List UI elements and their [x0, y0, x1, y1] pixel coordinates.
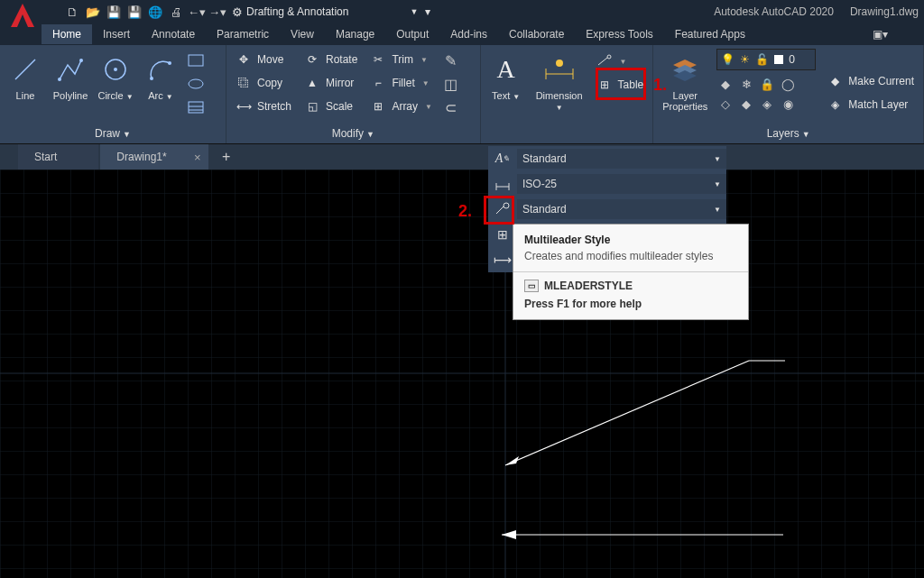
tab-output[interactable]: Output: [385, 24, 439, 44]
dim-style-row[interactable]: ISO-25▼: [488, 171, 726, 197]
file-tab-start[interactable]: Start: [18, 144, 98, 170]
lock-icon: 🔓: [755, 53, 769, 66]
panel-layers: Layer Properties 💡 ☀ 🔓 0 ◆ ❄ 🔒 ◯ ◇: [653, 45, 924, 143]
tooltip-help: Press F1 for more help: [524, 298, 737, 310]
array-icon: ⊞: [370, 100, 386, 113]
circle-button[interactable]: Circle ▼: [96, 49, 135, 102]
polyline-button[interactable]: Polyline: [51, 49, 90, 101]
svg-rect-9: [189, 102, 203, 113]
qat-redo-icon[interactable]: →▾: [208, 3, 226, 21]
panel-modify-title[interactable]: Modify▼: [232, 124, 475, 143]
tab-home[interactable]: Home: [42, 24, 92, 44]
file-tabs: Start Drawing1*× +: [0, 144, 924, 170]
qat-open-icon[interactable]: 📂: [84, 3, 102, 21]
workspace-selector[interactable]: ⚙ Drafting & Annotation ▼ ▾: [232, 5, 430, 19]
leader-icon: [596, 54, 613, 69]
tab-view[interactable]: View: [280, 24, 325, 44]
hatch-icon[interactable]: [186, 97, 206, 117]
layer-selector[interactable]: 💡 ☀ 🔓 0: [716, 49, 816, 70]
layer-c-icon[interactable]: ◈: [758, 95, 776, 113]
line-icon: [12, 52, 39, 87]
autocad-logo[interactable]: [5, 0, 32, 25]
dimension-button[interactable]: Dimension ▼: [531, 49, 587, 113]
qat-web-icon[interactable]: 🌐: [146, 3, 164, 21]
ribbon: Line Polyline Circle ▼ Arc ▼ Draw▼: [0, 45, 924, 144]
mirror-button[interactable]: ▲Mirror: [300, 72, 361, 94]
explode-icon[interactable]: ◫: [441, 74, 461, 94]
svg-point-6: [168, 61, 171, 65]
layer-lock-icon[interactable]: 🔒: [758, 75, 776, 93]
tab-manage[interactable]: Manage: [325, 24, 385, 44]
tab-insert[interactable]: Insert: [92, 24, 141, 44]
polyline-icon: [57, 52, 84, 87]
mleader-style-select[interactable]: Standard▼: [517, 199, 726, 219]
qat-new-icon[interactable]: 🗋: [63, 3, 81, 21]
layer-d-icon[interactable]: ◉: [779, 95, 797, 113]
drawing-canvas[interactable]: [0, 170, 924, 578]
tab-expresstools[interactable]: Express Tools: [575, 24, 663, 44]
layer-freeze-icon[interactable]: ❄: [737, 75, 755, 93]
qat-save-icon[interactable]: 💾: [105, 3, 123, 21]
rectangle-icon[interactable]: [186, 50, 206, 70]
line-button[interactable]: Line: [5, 49, 45, 101]
draw-extra: [186, 49, 206, 117]
move-button[interactable]: ✥Move: [232, 49, 295, 70]
svg-line-16: [598, 58, 607, 65]
offset-icon[interactable]: ⊂: [441, 97, 461, 117]
layer-b-icon[interactable]: ◆: [737, 95, 755, 113]
qat-undo-icon[interactable]: ←▾: [188, 3, 206, 21]
fillet-button[interactable]: ⌐Fillet▼: [366, 72, 436, 94]
title-bar: 🗋 📂 💾 💾 🌐 🖨 ←▾ →▾ ⚙ Drafting & Annotatio…: [0, 0, 924, 23]
layer-a-icon[interactable]: ◇: [716, 95, 735, 113]
move-icon: ✥: [236, 53, 252, 66]
panel-draw: Line Polyline Circle ▼ Arc ▼ Draw▼: [0, 45, 226, 143]
close-icon[interactable]: ×: [194, 151, 201, 164]
arc-button[interactable]: Arc ▼: [141, 49, 180, 102]
stretch-button[interactable]: ⟷Stretch: [232, 96, 295, 117]
rotate-icon: ⟳: [304, 53, 320, 66]
erase-icon[interactable]: ✎: [441, 50, 461, 70]
tab-addins[interactable]: Add-ins: [439, 24, 498, 44]
panel-modify: ✥Move ⿻Copy ⟷Stretch ⟳Rotate ▲Mirror ◱Sc…: [226, 45, 481, 143]
callout-1-box: [596, 68, 646, 100]
copy-icon: ⿻: [236, 77, 252, 89]
qat-plot-icon[interactable]: 🖨: [167, 3, 185, 21]
copy-button[interactable]: ⿻Copy: [232, 72, 295, 94]
panel-layers-title[interactable]: Layers▼: [659, 124, 918, 143]
tab-featuredapps[interactable]: Featured Apps: [664, 24, 756, 44]
mleader-style-row[interactable]: Standard▼: [488, 197, 726, 222]
match-layer-button[interactable]: ◈Match Layer: [823, 94, 918, 115]
callout-2-label: 2.: [458, 202, 472, 221]
ellipse-icon[interactable]: [186, 74, 206, 94]
stretch-icon: ⟷: [236, 100, 252, 113]
tab-overflow-icon[interactable]: ▣▾: [873, 28, 924, 41]
array-button[interactable]: ⊞Array▼: [366, 96, 436, 117]
text-icon: A: [496, 52, 514, 87]
callout-1-label: 1.: [653, 76, 667, 95]
tab-collaborate[interactable]: Collaborate: [498, 24, 575, 44]
scale-button[interactable]: ◱Scale: [300, 96, 361, 117]
tab-annotate[interactable]: Annotate: [141, 24, 206, 44]
circle-icon: [102, 52, 129, 87]
rotate-button[interactable]: ⟳Rotate: [300, 49, 361, 70]
file-tab-drawing1[interactable]: Drawing1*×: [100, 144, 208, 170]
text-button[interactable]: A Text ▼: [486, 49, 526, 102]
arc-icon: [147, 52, 174, 87]
panel-draw-title[interactable]: Draw▼: [5, 124, 220, 143]
qat-saveas-icon[interactable]: 💾: [125, 3, 143, 21]
svg-rect-7: [189, 55, 203, 66]
dim-style-select[interactable]: ISO-25▼: [517, 174, 726, 194]
text-style-row[interactable]: A✎ Standard▼: [488, 146, 726, 171]
text-style-icon: A✎: [488, 151, 517, 166]
layer-off-icon[interactable]: ◯: [779, 75, 797, 93]
mirror-icon: ▲: [304, 77, 320, 89]
tab-parametric[interactable]: Parametric: [206, 24, 280, 44]
layer-iso-icon[interactable]: ◆: [716, 75, 735, 93]
make-current-button[interactable]: ◆Make Current: [823, 70, 918, 92]
dim-style-icon: [488, 178, 517, 190]
text-style-select[interactable]: Standard▼: [517, 149, 726, 169]
trim-button[interactable]: ✂Trim▼: [366, 49, 436, 70]
sun-icon: ☀: [740, 53, 750, 66]
new-tab-button[interactable]: +: [214, 149, 239, 165]
svg-point-4: [114, 68, 117, 71]
